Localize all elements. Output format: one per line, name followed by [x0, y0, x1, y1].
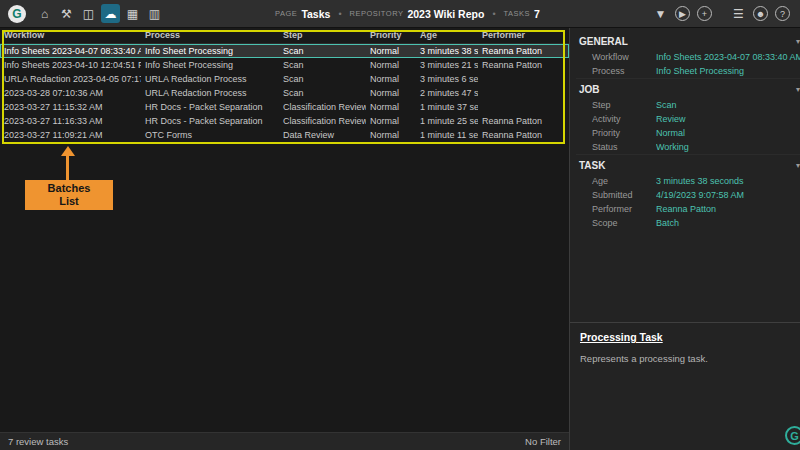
property-row[interactable]: Submitted4/19/2023 9:07:58 AM — [576, 188, 800, 202]
task-cell: Normal — [366, 58, 416, 72]
task-cell — [478, 72, 569, 86]
property-row[interactable]: ActivityReview — [576, 112, 800, 126]
column-header-priority[interactable]: Priority — [366, 28, 416, 44]
chevron-down-icon[interactable]: ▾ — [796, 85, 800, 94]
page-value[interactable]: Tasks — [301, 8, 330, 20]
table-body: Info Sheets 2023-04-07 08:33:40 AMInfo S… — [0, 44, 569, 143]
tasks-table-container: WorkflowProcessStepPriorityAgePerformer … — [0, 28, 569, 432]
property-label: Activity — [592, 114, 656, 124]
property-value[interactable]: Normal — [656, 128, 800, 138]
table-header-row: WorkflowProcessStepPriorityAgePerformer — [0, 28, 569, 44]
task-cell: HR Docs - Packet Separation — [141, 114, 279, 128]
property-row[interactable]: ProcessInfo Sheet Processing — [576, 64, 800, 78]
group-name: TASK — [579, 160, 605, 171]
property-group-general[interactable]: GENERAL▾ — [576, 31, 800, 50]
property-label: Age — [592, 176, 656, 186]
disk-icon[interactable]: ◫ — [79, 4, 98, 23]
user-icon[interactable]: ☻ — [753, 6, 768, 21]
task-row[interactable]: Info Sheets 2023-04-07 08:33:40 AMInfo S… — [0, 44, 569, 59]
task-cell: 3 minutes 21 seconds — [416, 58, 478, 72]
task-row[interactable]: 2023-03-28 07:10:36 AMURLA Redaction Pro… — [0, 86, 569, 100]
task-cell: Info Sheet Processing — [141, 44, 279, 59]
property-row[interactable]: StepScan — [576, 98, 800, 112]
chevron-down-icon[interactable]: ▾ — [796, 161, 800, 170]
breadcrumb-separator: • — [492, 9, 495, 19]
breadcrumb-separator: • — [338, 9, 341, 19]
property-value[interactable]: 4/19/2023 9:07:58 AM — [656, 190, 800, 200]
property-value[interactable]: Info Sheet Processing — [656, 66, 800, 76]
property-value[interactable]: Reanna Patton — [656, 204, 800, 214]
task-row[interactable]: Info Sheets 2023-04-10 12:04:51 PMInfo S… — [0, 58, 569, 72]
app-logo-icon[interactable]: G — [8, 5, 26, 23]
annotation-label: Batches List — [25, 180, 113, 210]
property-row[interactable]: PerformerReanna Patton — [576, 202, 800, 216]
task-cell: Reanna Patton — [478, 114, 569, 128]
cloud-icon[interactable]: ☁ — [101, 4, 120, 23]
column-header-step[interactable]: Step — [279, 28, 366, 44]
property-row[interactable]: ScopeBatch — [576, 216, 800, 230]
group-name: GENERAL — [579, 36, 628, 47]
task-cell: Normal — [366, 44, 416, 59]
property-row[interactable]: PriorityNormal — [576, 126, 800, 140]
property-value[interactable]: Batch — [656, 218, 800, 228]
status-bar: 7 review tasks No Filter — [0, 432, 569, 450]
property-label: Priority — [592, 128, 656, 138]
bar-chart-icon[interactable]: ▥ — [145, 4, 164, 23]
task-cell: Classification Review — [279, 114, 366, 128]
machine-icon[interactable]: ▦ — [123, 4, 142, 23]
property-group-job[interactable]: JOB▾ — [576, 78, 800, 98]
tools-icon[interactable]: ⚒ — [57, 4, 76, 23]
task-cell: Scan — [279, 86, 366, 100]
task-cell: 2023-03-27 11:09:21 AM — [0, 128, 141, 142]
column-header-age[interactable]: Age — [416, 28, 478, 44]
property-label: Process — [592, 66, 656, 76]
property-value[interactable]: Info Sheets 2023-04-07 08:33:40 AM — [656, 52, 800, 62]
property-row[interactable]: WorkflowInfo Sheets 2023-04-07 08:33:40 … — [576, 50, 800, 64]
page-label: PAGE — [275, 9, 297, 18]
repository-value[interactable]: 2023 Wiki Repo — [407, 8, 484, 20]
task-cell: URLA Redaction 2023-04-05 07:17:50 AM — [0, 72, 141, 86]
chevron-down-icon[interactable]: ▾ — [796, 37, 800, 46]
task-cell: Scan — [279, 58, 366, 72]
property-value[interactable]: Review — [656, 114, 800, 124]
property-label: Scope — [592, 218, 656, 228]
tasks-label: TASKS — [504, 9, 531, 18]
property-group-task[interactable]: TASK▾ — [576, 154, 800, 174]
task-row[interactable]: 2023-03-27 11:09:21 AMOTC FormsData Revi… — [0, 128, 569, 142]
property-label: Step — [592, 100, 656, 110]
task-cell: 2 minutes 47 seconds — [416, 86, 478, 100]
column-header-process[interactable]: Process — [141, 28, 279, 44]
property-row[interactable]: StatusWorking — [576, 140, 800, 154]
property-value[interactable]: 3 minutes 38 seconds — [656, 176, 800, 186]
task-cell: 1 minute 37 seconds — [416, 100, 478, 114]
home-icon[interactable]: ⌂ — [35, 4, 54, 23]
task-cell: HR Docs - Packet Separation — [141, 100, 279, 114]
task-cell: Data Review — [279, 128, 366, 142]
description-panel: Processing Task Represents a processing … — [570, 322, 800, 450]
property-label: Workflow — [592, 52, 656, 62]
task-cell: 1 minute 11 seconds — [416, 128, 478, 142]
task-cell: Classification Review — [279, 100, 366, 114]
column-header-workflow[interactable]: Workflow — [0, 28, 141, 44]
task-row[interactable]: URLA Redaction 2023-04-05 07:17:50 AMURL… — [0, 72, 569, 86]
task-cell: 3 minutes 38 seconds — [416, 44, 478, 59]
topbar-left-icons: G ⌂⚒◫☁▦▥ — [8, 4, 164, 23]
layers-icon[interactable]: ☰ — [729, 4, 748, 23]
task-cell: Info Sheets 2023-04-10 12:04:51 PM — [0, 58, 141, 72]
add-icon[interactable]: + — [697, 6, 712, 21]
task-cell: Info Sheets 2023-04-07 08:33:40 AM — [0, 44, 141, 59]
property-value[interactable]: Working — [656, 142, 800, 152]
property-row[interactable]: Age3 minutes 38 seconds — [576, 174, 800, 188]
property-value[interactable]: Scan — [656, 100, 800, 110]
filter-status[interactable]: No Filter — [525, 436, 561, 447]
topbar: G ⌂⚒◫☁▦▥ PAGE Tasks • REPOSITORY 2023 Wi… — [0, 0, 800, 28]
task-cell: Info Sheet Processing — [141, 58, 279, 72]
task-row[interactable]: 2023-03-27 11:15:32 AMHR Docs - Packet S… — [0, 100, 569, 114]
help-icon[interactable]: ? — [775, 6, 790, 21]
column-header-performer[interactable]: Performer — [478, 28, 569, 44]
task-row[interactable]: 2023-03-27 11:16:33 AMHR Docs - Packet S… — [0, 114, 569, 128]
review-tasks-count: 7 review tasks — [8, 436, 68, 447]
filter-icon[interactable]: ▼ — [651, 4, 670, 23]
task-cell: 2023-03-28 07:10:36 AM — [0, 86, 141, 100]
play-icon[interactable]: ▶ — [675, 6, 690, 21]
